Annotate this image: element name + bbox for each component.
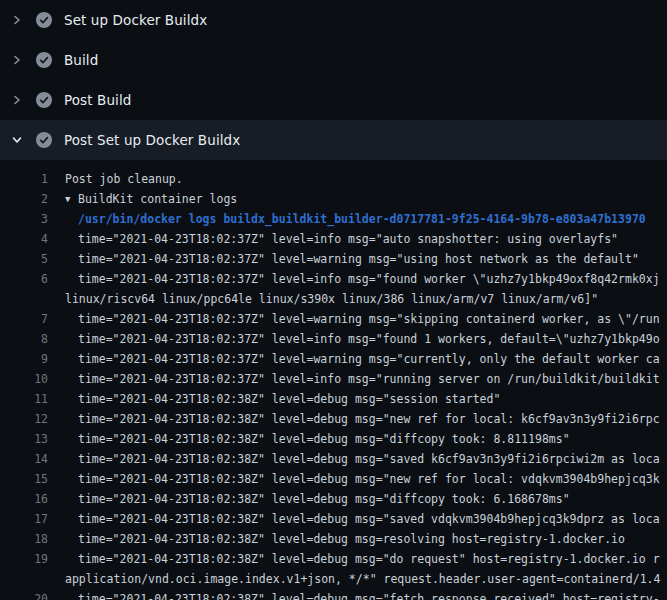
- log-line-9: 9 time="2021-04-23T18:02:37Z" level=warn…: [0, 349, 667, 369]
- log-line-11: 11 time="2021-04-23T18:02:38Z" level=deb…: [0, 389, 667, 409]
- log-line-number[interactable]: 17: [0, 509, 48, 529]
- log-line-text: time="2021-04-23T18:02:38Z" level=debug …: [78, 389, 500, 409]
- log-line-text: time="2021-04-23T18:02:38Z" level=debug …: [78, 529, 625, 549]
- log-line-2: 2 ▼BuildKit container logs: [0, 189, 667, 209]
- log-line-18: 18 time="2021-04-23T18:02:38Z" level=deb…: [0, 529, 667, 549]
- log-line-number[interactable]: 11: [0, 389, 48, 409]
- log-line-text: time="2021-04-23T18:02:37Z" level=warnin…: [78, 349, 660, 369]
- log-line-text: time="2021-04-23T18:02:38Z" level=debug …: [78, 429, 570, 449]
- log-line-number[interactable]: 2: [0, 189, 48, 209]
- log-line-text: linux/riscv64 linux/ppc64le linux/s390x …: [65, 289, 598, 309]
- log-line-text: application/vnd.oci.image.index.v1+json,…: [65, 569, 660, 589]
- log-line-number[interactable]: 9: [0, 349, 48, 369]
- triangle-down-icon[interactable]: ▼: [65, 189, 78, 209]
- log-line-14: 14 time="2021-04-23T18:02:38Z" level=deb…: [0, 449, 667, 469]
- step-row-post-set-up-docker-buildx[interactable]: Post Set up Docker Buildx: [0, 120, 667, 160]
- step-row-post-build[interactable]: Post Build: [0, 80, 667, 120]
- log-line-text: time="2021-04-23T18:02:38Z" level=debug …: [78, 469, 660, 489]
- log-command-text: /usr/bin/docker logs buildx_buildkit_bui…: [78, 209, 646, 229]
- log-line-text: time="2021-04-23T18:02:37Z" level=info m…: [78, 369, 660, 389]
- step-label: Post Set up Docker Buildx: [64, 132, 240, 148]
- log-line-19: 19 time="2021-04-23T18:02:38Z" level=deb…: [0, 549, 667, 569]
- log-line-17: 17 time="2021-04-23T18:02:38Z" level=deb…: [0, 509, 667, 529]
- log-line-number[interactable]: 13: [0, 429, 48, 449]
- log-line-text: time="2021-04-23T18:02:37Z" level=info m…: [78, 229, 618, 249]
- log-line-text: time="2021-04-23T18:02:38Z" level=debug …: [78, 589, 660, 600]
- log-line-number[interactable]: 16: [0, 489, 48, 509]
- chevron-right-icon: [10, 14, 24, 26]
- log-line-12: 12 time="2021-04-23T18:02:38Z" level=deb…: [0, 409, 667, 429]
- log-line-number[interactable]: 15: [0, 469, 48, 489]
- log-group-title[interactable]: ▼BuildKit container logs: [65, 189, 237, 209]
- log-line-text: time="2021-04-23T18:02:38Z" level=debug …: [78, 449, 660, 469]
- check-circle-icon: [36, 52, 52, 68]
- log-line-3: 3 /usr/bin/docker logs buildx_buildkit_b…: [0, 209, 667, 229]
- chevron-right-icon: [10, 94, 24, 106]
- log-line-13: 13 time="2021-04-23T18:02:38Z" level=deb…: [0, 429, 667, 449]
- chevron-down-icon: [10, 134, 24, 146]
- log-line-15: 15 time="2021-04-23T18:02:38Z" level=deb…: [0, 469, 667, 489]
- log-line-text: time="2021-04-23T18:02:37Z" level=info m…: [78, 269, 660, 289]
- log-line-number: [0, 289, 48, 309]
- log-line-1: 1 Post job cleanup.: [0, 169, 667, 189]
- log-line-text: time="2021-04-23T18:02:38Z" level=debug …: [78, 409, 660, 429]
- log-line-number[interactable]: 3: [0, 209, 48, 229]
- log-line-number[interactable]: 14: [0, 449, 48, 469]
- check-circle-icon: [36, 132, 52, 148]
- step-row-set-up-docker-buildx[interactable]: Set up Docker Buildx: [0, 0, 667, 40]
- step-label: Post Build: [64, 92, 131, 108]
- log-line-number[interactable]: 6: [0, 269, 48, 289]
- log-line-text: time="2021-04-23T18:02:38Z" level=debug …: [78, 489, 570, 509]
- log-line-5: 5 time="2021-04-23T18:02:37Z" level=warn…: [0, 249, 667, 269]
- log-line-number[interactable]: 5: [0, 249, 48, 269]
- log-line-number[interactable]: 12: [0, 409, 48, 429]
- log-line-number[interactable]: 8: [0, 329, 48, 349]
- log-line-8: 8 time="2021-04-23T18:02:37Z" level=info…: [0, 329, 667, 349]
- log-line-number[interactable]: 1: [0, 169, 48, 189]
- log-line-text: Post job cleanup.: [65, 169, 183, 189]
- log-line-20: 20 time="2021-04-23T18:02:38Z" level=deb…: [0, 589, 667, 600]
- log-line-7: 7 time="2021-04-23T18:02:37Z" level=warn…: [0, 309, 667, 329]
- log-line-6: 6 time="2021-04-23T18:02:37Z" level=info…: [0, 269, 667, 289]
- log-line-number: [0, 569, 48, 589]
- chevron-right-icon: [10, 54, 24, 66]
- actions-log-panel: Set up Docker Buildx Build P: [0, 0, 667, 600]
- log-line-number[interactable]: 20: [0, 589, 48, 600]
- check-circle-icon: [36, 12, 52, 28]
- step-label: Build: [64, 52, 98, 68]
- log-line-text: time="2021-04-23T18:02:38Z" level=debug …: [78, 549, 660, 569]
- step-row-build[interactable]: Build: [0, 40, 667, 80]
- log-line-text: time="2021-04-23T18:02:38Z" level=debug …: [78, 509, 660, 529]
- log-line-number[interactable]: 7: [0, 309, 48, 329]
- log-line-text: time="2021-04-23T18:02:37Z" level=info m…: [78, 329, 660, 349]
- log-line-number[interactable]: 19: [0, 549, 48, 569]
- log-line-continuation: linux/riscv64 linux/ppc64le linux/s390x …: [0, 289, 667, 309]
- log-line-text: time="2021-04-23T18:02:37Z" level=warnin…: [78, 309, 660, 329]
- log-line-number[interactable]: 18: [0, 529, 48, 549]
- log-line-text: time="2021-04-23T18:02:37Z" level=warnin…: [78, 249, 639, 269]
- log-line-10: 10 time="2021-04-23T18:02:37Z" level=inf…: [0, 369, 667, 389]
- log-line-16: 16 time="2021-04-23T18:02:38Z" level=deb…: [0, 489, 667, 509]
- log-line-number[interactable]: 4: [0, 229, 48, 249]
- log-line-4: 4 time="2021-04-23T18:02:37Z" level=info…: [0, 229, 667, 249]
- log-viewer: 1 Post job cleanup. 2 ▼BuildKit containe…: [0, 160, 667, 600]
- step-list: Set up Docker Buildx Build P: [0, 0, 667, 160]
- log-line-number[interactable]: 10: [0, 369, 48, 389]
- log-line-continuation: application/vnd.oci.image.index.v1+json,…: [0, 569, 667, 589]
- check-circle-icon: [36, 92, 52, 108]
- step-label: Set up Docker Buildx: [64, 12, 207, 28]
